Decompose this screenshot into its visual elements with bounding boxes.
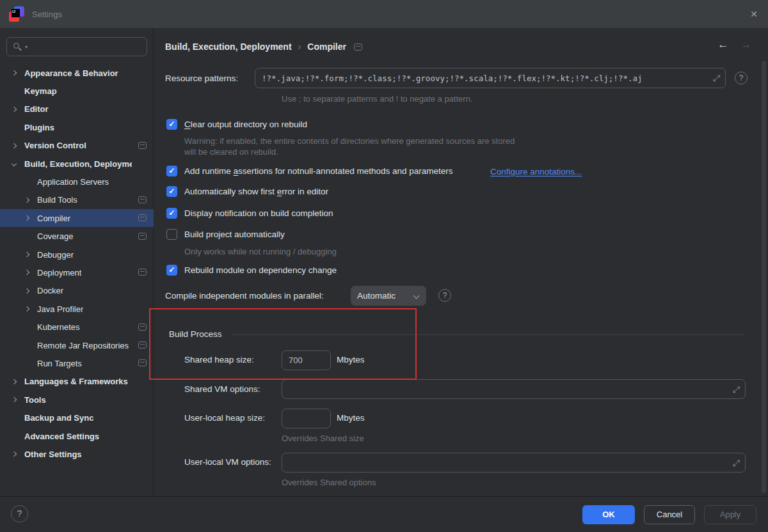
user-local-heap-size-label: User-local heap size: (184, 413, 265, 423)
sidebar-item-run-targets[interactable]: Run Targets (0, 354, 154, 372)
breadcrumb-separator: › (298, 42, 301, 52)
sidebar-item-editor[interactable]: Editor (0, 100, 154, 118)
compile-parallel-label: Compile independent modules in parallel: (165, 291, 324, 301)
intellij-logo-icon: IJ (9, 6, 24, 22)
show-first-error-checkbox[interactable] (166, 186, 177, 197)
sidebar-item-backup-and-sync[interactable]: Backup and Sync (0, 409, 154, 427)
shared-heap-size-input[interactable] (282, 356, 330, 365)
sidebar-item-docker[interactable]: Docker (0, 282, 154, 300)
search-icon (13, 42, 23, 52)
expand-field-icon[interactable]: ⤢ (713, 73, 720, 84)
shared-vm-options-input[interactable] (282, 384, 745, 394)
resource-patterns-input[interactable] (255, 74, 725, 83)
user-local-heap-size-input[interactable] (282, 414, 330, 423)
add-runtime-assertions-checkbox[interactable] (166, 166, 177, 176)
show-first-error-row: Automatically show first error in editor (166, 186, 328, 197)
project-settings-icon (138, 142, 147, 149)
vertical-scrollbar[interactable] (762, 61, 766, 493)
chevron-right-icon[interactable] (9, 449, 19, 459)
clear-output-directory-row: Clear output directory on rebuild (166, 119, 307, 130)
ok-button[interactable]: OK (582, 505, 635, 524)
project-settings-icon (138, 233, 147, 240)
chevron-down-icon[interactable] (9, 159, 19, 169)
sidebar-item-java-profiler[interactable]: Java Profiler (0, 300, 154, 318)
user-local-vm-hint: Overrides Shared options (282, 478, 376, 487)
resource-patterns-field[interactable]: ⤢ (255, 68, 726, 88)
display-notification-checkbox[interactable] (166, 208, 177, 219)
resource-patterns-hint: Use ; to separate patterns and ! to nega… (282, 94, 472, 104)
project-settings-icon (354, 43, 362, 51)
shared-heap-unit: Mbytes (337, 355, 365, 364)
project-settings-icon (138, 359, 147, 366)
build-project-automatically-row: Build project automatically (166, 229, 285, 240)
project-settings-icon (138, 269, 147, 276)
chevron-right-icon[interactable] (22, 249, 32, 260)
cancel-button[interactable]: Cancel (644, 505, 695, 524)
shared-vm-options-label: Shared VM options: (184, 384, 260, 394)
breadcrumb-build-execution-deployment[interactable]: Build, Execution, Deployment (165, 42, 292, 52)
project-settings-icon (138, 324, 147, 331)
sidebar-item-other-settings[interactable]: Other Settings (0, 445, 154, 463)
settings-sidebar: ▾ Appearance & Behavior Keymap Editor Pl… (0, 28, 154, 496)
help-button[interactable]: ? (11, 505, 28, 522)
sidebar-item-build-tools[interactable]: Build Tools (0, 191, 154, 209)
chevron-right-icon[interactable] (22, 195, 32, 205)
close-icon[interactable]: ✕ (748, 8, 760, 20)
clear-output-directory-checkbox[interactable] (166, 119, 177, 130)
sidebar-item-version-control[interactable]: Version Control (0, 137, 154, 155)
sidebar-item-appearance-behavior[interactable]: Appearance & Behavior (0, 64, 154, 82)
sidebar-item-remote-jar-repositories[interactable]: Remote Jar Repositories (0, 336, 154, 354)
sidebar-item-keymap[interactable]: Keymap (0, 82, 154, 100)
expand-field-icon[interactable]: ⤢ (733, 384, 740, 395)
sidebar-item-build-execution-deployment[interactable]: Build, Execution, Deployme (0, 155, 154, 173)
back-arrow-icon[interactable]: ← (717, 38, 728, 51)
rebuild-module-row: Rebuild module on dependency change (166, 265, 337, 276)
user-local-vm-options-input[interactable] (282, 458, 745, 467)
user-local-vm-options-field[interactable]: ⤢ (282, 453, 746, 473)
sidebar-item-languages-frameworks[interactable]: Languages & Frameworks (0, 373, 154, 391)
sidebar-item-debugger[interactable]: Debugger (0, 246, 154, 263)
apply-button[interactable]: Apply (704, 505, 756, 524)
sidebar-item-coverage[interactable]: Coverage (0, 228, 154, 246)
rebuild-module-checkbox[interactable] (166, 265, 177, 276)
chevron-right-icon[interactable] (9, 377, 19, 387)
shared-heap-size-label: Shared heap size: (184, 355, 254, 364)
build-process-group-title: Build Process (169, 329, 222, 339)
build-project-automatically-checkbox[interactable] (166, 229, 177, 240)
sidebar-item-advanced-settings[interactable]: Advanced Settings (0, 427, 154, 445)
sidebar-item-tools[interactable]: Tools (0, 391, 154, 409)
help-icon[interactable]: ? (735, 72, 748, 84)
sidebar-item-compiler[interactable]: Compiler (0, 209, 154, 227)
chevron-right-icon[interactable] (22, 304, 32, 314)
expand-field-icon[interactable]: ⤢ (733, 457, 740, 468)
sidebar-item-plugins[interactable]: Plugins (0, 118, 154, 136)
sidebar-item-kubernetes[interactable]: Kubernetes (0, 318, 154, 336)
user-local-vm-options-label: User-local VM options: (184, 457, 271, 467)
display-notification-row: Display notification on build completion (166, 208, 333, 219)
add-runtime-assertions-row: Add runtime assertions for notnull-annot… (166, 166, 453, 176)
breadcrumb-compiler: Compiler (307, 42, 346, 52)
chevron-right-icon[interactable] (9, 104, 19, 114)
user-local-heap-hint: Overrides Shared size (282, 434, 364, 443)
chevron-right-icon[interactable] (9, 141, 19, 151)
titlebar: IJ Settings ✕ (0, 0, 768, 28)
resource-patterns-label: Resource patterns: (165, 74, 238, 83)
forward-arrow-icon[interactable]: → (740, 38, 751, 51)
chevron-right-icon[interactable] (9, 68, 19, 78)
chevron-right-icon[interactable] (9, 395, 19, 405)
sidebar-item-deployment[interactable]: Deployment (0, 263, 154, 281)
help-icon[interactable]: ? (438, 289, 451, 302)
shared-heap-size-field[interactable] (282, 350, 331, 370)
chevron-right-icon[interactable] (22, 286, 32, 296)
compile-parallel-dropdown[interactable]: Automatic (351, 286, 426, 306)
search-history-caret-icon[interactable]: ▾ (25, 44, 28, 50)
chevron-down-icon (413, 293, 420, 299)
window-title: Settings (32, 10, 62, 19)
sidebar-item-application-servers[interactable]: Application Servers (0, 173, 154, 191)
configure-annotations-link[interactable]: Configure annotations... (490, 167, 582, 176)
chevron-right-icon[interactable] (22, 267, 32, 278)
search-input[interactable]: ▾ (6, 37, 147, 56)
chevron-right-icon[interactable] (22, 213, 32, 223)
shared-vm-options-field[interactable]: ⤢ (282, 379, 746, 399)
user-local-heap-size-field[interactable] (282, 409, 331, 428)
